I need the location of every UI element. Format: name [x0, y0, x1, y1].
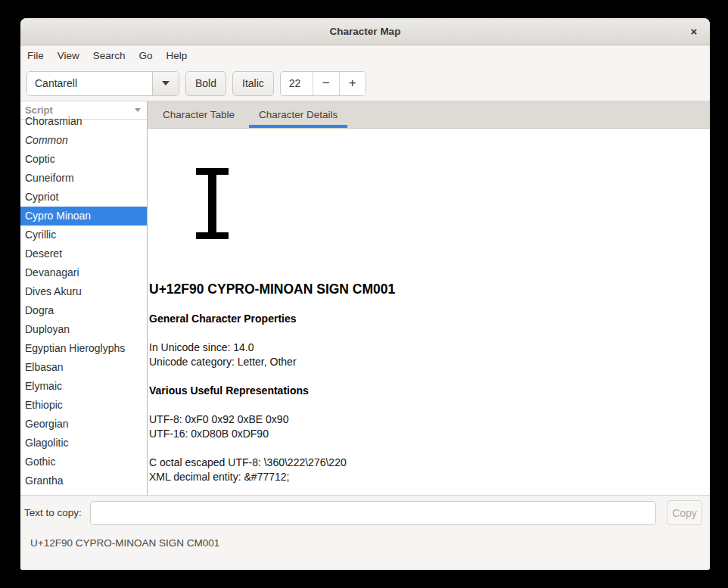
content-area: Script ChorasmianCommonCopticCuneiformCy…: [20, 101, 710, 495]
menu-go[interactable]: Go: [132, 45, 160, 66]
property-line: C octal escaped UTF-8: \360\222\276\220: [149, 456, 710, 470]
minus-icon: −: [322, 76, 330, 91]
text-to-copy-label: Text to copy:: [24, 507, 82, 518]
menu-search[interactable]: Search: [86, 45, 132, 66]
menu-file[interactable]: File: [20, 45, 51, 66]
property-line: Unicode category: Letter, Other: [149, 355, 710, 369]
decrease-font-size-button[interactable]: −: [313, 72, 339, 95]
section-heading-general-character-properties: General Character Properties: [149, 312, 710, 326]
font-family-dropdown-button[interactable]: [153, 72, 179, 95]
script-list-item-cuneiform[interactable]: Cuneiform: [20, 169, 147, 188]
script-list-item-deseret[interactable]: Deseret: [20, 244, 147, 263]
property-line: In Unicode since: 14.0: [149, 341, 710, 355]
script-list-item-dives-akuru[interactable]: Dives Akuru: [20, 282, 147, 301]
character-details-pane: U+12F90 CYPRO-MINOAN SIGN CM001 General …: [148, 129, 710, 495]
font-family-combo[interactable]: Cantarell: [26, 71, 179, 96]
property-line: UTF-16: 0xD80B 0xDF90: [149, 427, 710, 441]
script-list-item-elymaic[interactable]: Elymaic: [20, 377, 147, 396]
script-list-item-egyptian-hieroglyphs[interactable]: Egyptian Hieroglyphs: [20, 339, 147, 358]
script-list-item-coptic[interactable]: Coptic: [20, 150, 147, 169]
script-list-item-grantha[interactable]: Grantha: [20, 471, 147, 490]
statusbar: U+12F90 CYPRO-MINOAN SIGN CM001: [20, 530, 710, 570]
titlebar[interactable]: Character Map ×: [20, 18, 710, 45]
menu-view[interactable]: View: [51, 45, 86, 66]
script-list: ChorasmianCommonCopticCuneiformCypriotCy…: [20, 112, 147, 495]
spacer: [149, 326, 710, 341]
character-map-window: Character Map × FileViewSearchGoHelp Can…: [20, 18, 710, 570]
spacer: [149, 398, 710, 412]
font-family-value[interactable]: Cantarell: [27, 72, 153, 95]
close-icon: ×: [691, 25, 698, 38]
script-list-item-chorasmian[interactable]: Chorasmian: [20, 112, 147, 131]
close-button[interactable]: ×: [684, 22, 704, 42]
script-list-item-devanagari[interactable]: Devanagari: [20, 263, 147, 282]
text-to-copy-input[interactable]: [90, 501, 656, 525]
character-properties: General Character PropertiesIn Unicode s…: [149, 297, 710, 484]
character-title: U+12F90 CYPRO-MINOAN SIGN CM001: [149, 281, 710, 297]
chevron-down-icon: [162, 81, 170, 86]
main-pane: Character TableCharacter Details U+12F90…: [148, 101, 710, 495]
section-heading-various-useful-representations: Various Useful Representations: [149, 384, 710, 398]
property-line: UTF-8: 0xF0 0x92 0xBE 0x90: [149, 412, 710, 427]
script-list-item-elbasan[interactable]: Elbasan: [20, 358, 147, 377]
copy-bar: Text to copy: Copy: [20, 495, 710, 530]
property-line: XML decimal entity: &#77712;: [149, 470, 710, 484]
script-list-item-duployan[interactable]: Duployan: [20, 320, 147, 339]
menu-help[interactable]: Help: [160, 45, 194, 66]
script-list-item-cypro-minoan[interactable]: Cypro Minoan: [20, 207, 147, 226]
font-size-value[interactable]: 22: [281, 72, 313, 95]
sidebar: Script ChorasmianCommonCopticCuneiformCy…: [20, 101, 148, 495]
toolbar: Cantarell Bold Italic 22 − +: [20, 66, 710, 101]
script-list-item-glagolitic[interactable]: Glagolitic: [20, 434, 147, 453]
cypro-minoan-sign-cm001-glyph: [196, 168, 229, 239]
plus-icon: +: [349, 76, 356, 91]
script-list-item-gothic[interactable]: Gothic: [20, 453, 147, 471]
script-list-item-dogra[interactable]: Dogra: [20, 301, 147, 320]
tabbar: Character TableCharacter Details: [148, 101, 710, 129]
bold-button[interactable]: Bold: [185, 71, 226, 96]
menubar: FileViewSearchGoHelp: [20, 45, 710, 66]
status-text: U+12F90 CYPRO-MINOAN SIGN CM001: [30, 537, 219, 549]
script-list-item-cyrillic[interactable]: Cyrillic: [20, 226, 147, 244]
italic-button[interactable]: Italic: [232, 71, 274, 96]
spacer: [149, 297, 710, 312]
script-list-item-cypriot[interactable]: Cypriot: [20, 188, 147, 207]
window-title: Character Map: [330, 26, 401, 37]
increase-font-size-button[interactable]: +: [339, 72, 366, 95]
script-list-item-common[interactable]: Common: [20, 131, 147, 150]
tab-character-details[interactable]: Character Details: [249, 101, 347, 128]
spacer: [149, 369, 710, 384]
script-list-item-georgian[interactable]: Georgian: [20, 415, 147, 434]
spacer: [149, 441, 710, 456]
copy-button[interactable]: Copy: [667, 500, 702, 525]
script-list-item-ethiopic[interactable]: Ethiopic: [20, 396, 147, 415]
tab-character-table[interactable]: Character Table: [153, 101, 244, 128]
font-size-spinner: 22 − +: [280, 71, 366, 96]
